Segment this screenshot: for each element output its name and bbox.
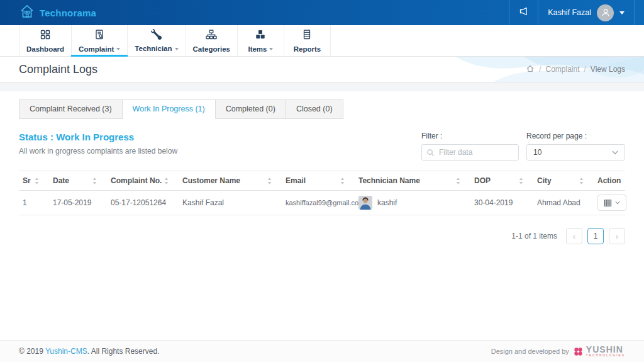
copyright-text: © 2019 Yushin-CMS. All Rights Reserved. — [19, 347, 159, 356]
announcements-button[interactable] — [509, 0, 538, 25]
column-header-customer-name[interactable]: Customer Name — [179, 171, 282, 191]
page-header: Complaint Logs / Complaint / View Logs — [0, 57, 644, 82]
breadcrumb-separator: / — [584, 65, 586, 74]
home-house-logo-icon — [19, 3, 35, 22]
brand-name: Technorama — [40, 8, 96, 18]
sort-icon[interactable] — [579, 178, 584, 184]
column-header-technician-name[interactable]: Technician Name — [355, 171, 470, 191]
yushin-cms-link[interactable]: Yushin-CMS — [45, 347, 87, 356]
table-row: 1 17-05-2019 05-17-12051264 Kashif Fazal… — [19, 191, 625, 215]
nav-item-items[interactable]: Items — [238, 25, 284, 56]
items-boxes-icon — [255, 29, 266, 43]
nav-item-categories[interactable]: Categories — [186, 25, 238, 56]
spacer — [0, 82, 644, 91]
breadcrumb: / Complaint / View Logs — [526, 64, 625, 75]
chevron-down-icon — [269, 48, 273, 50]
footer: © 2019 Yushin-CMS. All Rights Reserved. … — [0, 340, 644, 362]
reports-table-icon — [301, 29, 313, 43]
credit-text: Design and developed by — [491, 348, 569, 355]
status-subtitle: All work in grogress complaints are list… — [19, 147, 177, 156]
complaint-file-icon — [94, 29, 105, 43]
cell-city: Ahmad Abad — [533, 191, 594, 215]
nav-label: Dashboard — [26, 45, 64, 53]
records-per-page-select[interactable]: 10 — [526, 144, 625, 161]
pagination-page-1-button[interactable]: 1 — [587, 228, 604, 244]
column-header-sr[interactable]: Sr — [19, 171, 49, 191]
nav-label: Items — [248, 45, 273, 53]
cell-technician-name: kashif — [377, 198, 397, 207]
search-icon — [426, 148, 435, 159]
table-header-row: Sr Date Complaint No. Customer Name Emai… — [19, 171, 625, 191]
sort-icon[interactable] — [456, 178, 460, 184]
nav-label: Technician — [135, 45, 178, 52]
chevron-down-icon — [615, 201, 620, 205]
technician-wrench-icon — [151, 29, 162, 42]
filter-input[interactable] — [421, 144, 519, 161]
sort-icon[interactable] — [92, 178, 97, 184]
user-name: Kashif Fazal — [548, 8, 591, 17]
yushin-brand-subtext: TECHNOLOGIES — [586, 354, 625, 358]
dashboard-grid-icon — [40, 29, 51, 43]
yushin-logo[interactable]: YUSHIN TECHNOLOGIES — [573, 345, 625, 358]
tab-completed[interactable]: Completed (0) — [216, 99, 286, 119]
chevron-down-icon — [619, 11, 625, 14]
nav-item-complaint[interactable]: Complaint — [72, 25, 128, 56]
main-content: Complaint Received (3) Work In Progress … — [0, 91, 644, 340]
tab-complaint-received[interactable]: Complaint Received (3) — [19, 99, 123, 119]
breadcrumb-complaint[interactable]: Complaint — [545, 65, 579, 74]
sort-icon[interactable] — [164, 178, 169, 184]
breadcrumb-separator: / — [539, 65, 541, 74]
sort-icon[interactable] — [340, 178, 345, 184]
nav-item-dashboard[interactable]: Dashboard — [19, 25, 72, 56]
breadcrumb-view-logs: View Logs — [591, 65, 625, 74]
chevron-down-icon — [612, 150, 618, 155]
sort-icon[interactable] — [35, 178, 39, 184]
cell-technician: kashif — [355, 191, 470, 215]
column-header-date[interactable]: Date — [49, 171, 107, 191]
cell-action — [594, 191, 625, 215]
top-header-bar: Technorama Kashif Fazal — [0, 0, 644, 25]
brand-logo[interactable]: Technorama — [0, 3, 96, 22]
cell-sr: 1 — [19, 191, 49, 215]
cell-date: 17-05-2019 — [49, 191, 107, 215]
main-navigation: Dashboard Complaint Technician — [0, 25, 644, 57]
copyright-suffix: . All Rights Reserved. — [87, 347, 160, 356]
tab-work-in-progress[interactable]: Work In Progress (1) — [123, 99, 216, 119]
records-per-page-field: Record per page : 10 — [526, 132, 625, 161]
column-header-email[interactable]: Email — [282, 171, 355, 191]
filter-field: Filter : — [421, 132, 519, 161]
complaints-table: Sr Date Complaint No. Customer Name Emai… — [19, 171, 625, 215]
filter-label: Filter : — [421, 132, 519, 140]
column-header-complaint-no[interactable]: Complaint No. — [107, 171, 179, 191]
table-grid-icon — [604, 199, 612, 207]
yushin-brand-text: YUSHIN — [586, 345, 623, 354]
status-heading: Status : Work In Progress — [19, 132, 177, 142]
home-icon[interactable] — [526, 64, 535, 75]
pagination: 1-1 of 1 items ‹ 1 › — [19, 228, 625, 244]
technician-avatar — [358, 196, 372, 210]
nav-label: Reports — [294, 45, 321, 53]
clover-logo-icon — [573, 346, 584, 357]
nav-label: Complaint — [79, 45, 120, 53]
nav-label: Categories — [193, 45, 230, 53]
tab-closed[interactable]: Closed (0) — [286, 99, 343, 119]
nav-item-reports[interactable]: Reports — [284, 25, 331, 56]
row-action-button[interactable] — [597, 195, 626, 211]
cell-email: kashiffazal99@gmail.com — [282, 191, 355, 215]
cell-customer-name: Kashif Fazal — [179, 191, 282, 215]
user-menu[interactable]: Kashif Fazal — [538, 0, 635, 25]
nav-item-technician[interactable]: Technician — [128, 25, 186, 56]
developer-credit: Design and developed by YUSHIN TECHNOLOG… — [491, 345, 625, 358]
records-per-page-value: 10 — [533, 148, 541, 157]
pagination-next-button[interactable]: › — [609, 228, 625, 244]
pagination-summary: 1-1 of 1 items — [511, 232, 557, 240]
column-header-action: Action — [594, 171, 625, 191]
sort-icon[interactable] — [519, 178, 523, 184]
user-avatar — [597, 4, 614, 21]
pagination-prev-button[interactable]: ‹ — [566, 228, 582, 244]
chevron-down-icon — [116, 48, 120, 50]
column-header-city[interactable]: City — [533, 171, 594, 191]
column-header-dop[interactable]: DOP — [470, 171, 533, 191]
records-per-page-label: Record per page : — [526, 132, 625, 140]
sort-icon[interactable] — [267, 178, 272, 184]
